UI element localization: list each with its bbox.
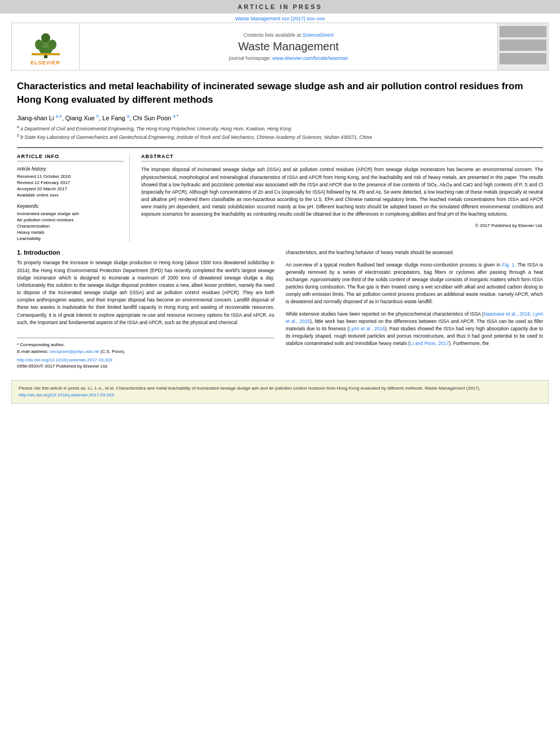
journal-ref-line: Waste Management xxx (2017) xxx–xxx	[0, 14, 560, 23]
abstract-copyright: © 2017 Published by Elsevier Ltd.	[141, 223, 543, 228]
page: ARTICLE IN PRESS Waste Management xxx (2…	[0, 0, 560, 747]
header-right-box-3	[500, 53, 546, 64]
section1-title: 1. Introduction	[17, 249, 274, 256]
received-date: Received 11 October 2016	[17, 174, 124, 179]
corresponding-author-label: * Corresponding author.	[17, 342, 65, 347]
keyword-1: Incinerated sewage sludge ash	[17, 211, 124, 216]
article-info-header: ARTICLE INFO	[17, 154, 124, 161]
doi-link[interactable]: http://dx.doi.org/10.1016/j.wasman.2017.…	[17, 357, 274, 362]
header-right-box-2	[500, 40, 546, 51]
available-online: Available online xxxx	[17, 193, 124, 198]
email-label: E-mail address:	[17, 349, 49, 354]
body-para-right-1: characteristics, and the leaching behavi…	[286, 249, 543, 256]
body-para-right-2: An overview of a typical modern fluidise…	[286, 261, 543, 306]
science-direct-link[interactable]: ScienceDirect	[303, 32, 334, 38]
science-direct-label: Contents lists available at	[243, 32, 301, 38]
affiliation-b: b b State Key Laboratory of Geomechanics…	[17, 133, 543, 141]
footnote-area: * Corresponding author. E-mail address: …	[17, 338, 274, 355]
authors-line: Jiang-shan Li a,b, Qiang Xue b, Le Fang …	[17, 113, 543, 121]
two-col-area: ARTICLE INFO Article history: Received 1…	[17, 147, 543, 242]
homepage-label: journal homepage:	[229, 55, 271, 61]
accepted-date: Accepted 20 March 2017	[17, 186, 124, 191]
affiliation-a: a a Department of Civil and Environmenta…	[17, 124, 543, 133]
keywords-section: Keywords: Incinerated sewage sludge ash …	[17, 203, 124, 241]
header-right	[497, 23, 548, 70]
svg-point-4	[35, 40, 43, 50]
footnote-copyright: 0956-053X/© 2017 Published by Elsevier L…	[17, 364, 274, 369]
email-name: (C.S. Poon).	[100, 349, 125, 354]
keyword-3: Characterization	[17, 224, 124, 229]
body-left: 1. Introduction To properly manage the i…	[17, 249, 274, 369]
affiliations: a a Department of Civil and Environmenta…	[17, 124, 543, 141]
keyword-4: Heavy metals	[17, 230, 124, 235]
paper-title: Characteristics and metal leachability o…	[17, 80, 543, 107]
header-center: Contents lists available at ScienceDirec…	[80, 23, 497, 70]
abstract-text: The improper disposal of incinerated sew…	[141, 166, 543, 218]
revised-date: Revised 12 February 2017	[17, 180, 124, 185]
citation-doi-link[interactable]: http://dx.doi.org/10.1016/j.wasman.2017.…	[19, 392, 114, 397]
email-note: E-mail address: cecspoon@polyu.edu.hk (C…	[17, 348, 274, 355]
journal-header: ELSEVIER Contents lists available at Sci…	[11, 23, 549, 71]
elsevier-tree-icon	[29, 28, 63, 59]
keywords-label: Keywords:	[17, 203, 124, 209]
elsevier-logo: ELSEVIER	[29, 28, 63, 65]
history-label: Article history:	[17, 166, 124, 172]
svg-point-5	[49, 40, 56, 50]
keyword-2: Air pollution control residues	[17, 217, 124, 222]
body-content: 1. Introduction To properly manage the i…	[17, 249, 543, 369]
article-info-col: ARTICLE INFO Article history: Received 1…	[17, 154, 130, 242]
body-para-1: To properly manage the increase in sewag…	[17, 259, 274, 326]
journal-name-header: Waste Management	[238, 40, 339, 53]
homepage-url[interactable]: www.elsevier.com/locate/wasman	[273, 55, 348, 61]
journal-homepage-line: journal homepage: www.elsevier.com/locat…	[229, 55, 348, 61]
sciencedirect-line: Contents lists available at ScienceDirec…	[243, 32, 334, 38]
header-right-box-1	[500, 26, 546, 37]
body-para-right-3: While extensive studies have been report…	[286, 311, 543, 348]
body-right: characteristics, and the leaching behavi…	[286, 249, 543, 369]
corresponding-author-note: * Corresponding author.	[17, 342, 274, 348]
keyword-5: Leachability	[17, 236, 124, 241]
banner-text: ARTICLE IN PRESS	[238, 3, 322, 10]
abstract-col: ABSTRACT The improper disposal of incine…	[141, 154, 543, 242]
elsevier-label: ELSEVIER	[30, 60, 60, 65]
svg-rect-6	[32, 53, 60, 55]
citation-bar: Please cite this article in press as: Li…	[11, 380, 549, 404]
header-left: ELSEVIER	[12, 23, 80, 70]
email-link[interactable]: cecspoon@polyu.edu.hk	[50, 349, 99, 354]
main-content: Characteristics and metal leachability o…	[0, 71, 560, 374]
journal-ref-text: Waste Management xxx (2017) xxx–xxx	[235, 16, 325, 21]
svg-point-3	[41, 33, 50, 42]
citation-text: Please cite this article in press as: Li…	[19, 386, 480, 391]
abstract-header: ABSTRACT	[141, 154, 543, 161]
article-in-press-banner: ARTICLE IN PRESS	[0, 0, 560, 14]
